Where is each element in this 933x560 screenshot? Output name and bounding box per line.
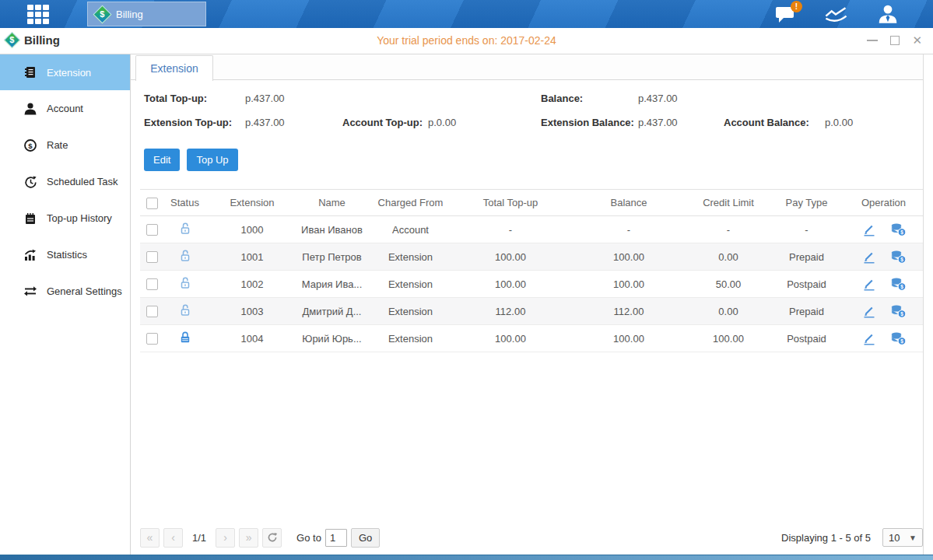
- notifications-icon[interactable]: !: [771, 3, 799, 25]
- sidebar-item-statistics[interactable]: Statistics: [0, 236, 130, 273]
- edit-pencil-icon[interactable]: [861, 305, 877, 318]
- cell-balance: 100.00: [570, 271, 688, 298]
- extension-book-icon: [23, 65, 37, 79]
- top-up-coins-icon[interactable]: $: [889, 222, 907, 236]
- cell-charged-from: Extension: [370, 243, 451, 271]
- row-checkbox[interactable]: [146, 306, 158, 317]
- trial-notice: Your trial period ends on: 2017-02-24: [377, 34, 556, 47]
- general-settings-sliders-icon: [23, 285, 37, 297]
- cell-pay-type: Postpaid: [769, 325, 844, 352]
- maximize-icon[interactable]: [890, 36, 900, 45]
- minimize-icon[interactable]: [867, 40, 878, 41]
- top-up-coins-icon[interactable]: $: [889, 277, 907, 291]
- billing-app-window: $ Billing !: [0, 0, 933, 560]
- cell-pay-type: Postpaid: [769, 271, 844, 298]
- app-grid-icon[interactable]: [27, 5, 55, 24]
- window-title: $ Billing: [6, 33, 60, 47]
- svg-text:$: $: [900, 257, 903, 263]
- sidebar-item-extension[interactable]: Extension: [0, 54, 130, 90]
- row-checkbox[interactable]: [146, 251, 158, 263]
- column-header-credit-limit: Credit Limit: [688, 190, 769, 216]
- last-page-button[interactable]: »: [239, 528, 258, 548]
- user-account-icon[interactable]: [874, 3, 902, 25]
- sidebar-item-general-settings[interactable]: General Settings: [0, 273, 130, 310]
- cell-charged-from: Extension: [370, 325, 451, 352]
- table-row: 1004 Юрий Юрь... Extension 100.00 100.00…: [140, 325, 923, 352]
- cell-name: Иван Иванов: [294, 216, 370, 243]
- next-page-button[interactable]: ›: [216, 528, 235, 548]
- column-header-name: Name: [294, 190, 370, 216]
- svg-text:$: $: [28, 141, 33, 149]
- cell-charged-from: Account: [370, 216, 451, 243]
- cell-credit-limit: -: [688, 216, 769, 243]
- table-row: 1000 Иван Иванов Account - - - -: [140, 216, 923, 243]
- edit-pencil-icon[interactable]: [861, 278, 877, 291]
- line-chart-icon: [824, 5, 849, 23]
- window-bottom-edge: [0, 555, 933, 560]
- balance-label: Balance:: [541, 93, 583, 104]
- cell-credit-limit: 0.00: [688, 243, 769, 271]
- top-up-button[interactable]: Top Up: [187, 149, 237, 171]
- sidebar-item-label: Top-up History: [47, 212, 112, 224]
- cell-total-topup: 100.00: [451, 271, 570, 298]
- row-checkbox[interactable]: [146, 224, 158, 236]
- cell-balance: 100.00: [570, 243, 688, 271]
- table-header-row: Status Extension Name Charged From Total…: [140, 190, 923, 216]
- sidebar-item-rate[interactable]: $ Rate: [0, 127, 130, 163]
- account-balance-label: Account Balance:: [724, 117, 809, 128]
- cell-pay-type: -: [769, 216, 844, 243]
- column-header-total-topup: Total Top-up: [451, 190, 570, 216]
- edit-pencil-icon[interactable]: [861, 332, 877, 345]
- top-up-coins-icon[interactable]: $: [889, 250, 907, 264]
- cell-pay-type: Prepaid: [769, 298, 844, 325]
- sidebar-item-topup-history[interactable]: Top-up History: [0, 200, 130, 236]
- chevron-down-icon: ▼: [909, 534, 917, 542]
- edit-button[interactable]: Edit: [144, 149, 180, 171]
- go-to-page-input[interactable]: [325, 529, 347, 547]
- column-header-operation: Operation: [844, 190, 923, 216]
- lock-closed-icon: [178, 331, 192, 345]
- extension-topup-label: Extension Top-up:: [144, 117, 232, 128]
- first-page-button[interactable]: «: [140, 528, 160, 548]
- cell-extension: 1000: [210, 216, 294, 243]
- column-header-charged-from: Charged From: [370, 190, 451, 216]
- table-row: 1003 Дмитрий Д... Extension 112.00 112.0…: [140, 298, 923, 325]
- cell-extension: 1002: [210, 271, 294, 298]
- row-checkbox[interactable]: [146, 278, 158, 290]
- go-to-label: Go to: [296, 532, 321, 544]
- refresh-button[interactable]: [262, 528, 282, 548]
- page-size-dropdown[interactable]: 10 ▼: [882, 528, 923, 547]
- sidebar-item-account[interactable]: Account: [0, 90, 130, 127]
- window-title-bar: $ Billing Your trial period ends on: 201…: [0, 28, 933, 54]
- system-top-bar: $ Billing !: [0, 0, 933, 28]
- svg-text:$: $: [900, 284, 903, 290]
- account-person-icon: [23, 102, 37, 116]
- go-button[interactable]: Go: [351, 528, 380, 548]
- taskbar-tab-label: Billing: [116, 9, 143, 20]
- select-all-checkbox[interactable]: [146, 198, 158, 209]
- sidebar-item-label: Statistics: [47, 249, 87, 261]
- tab-label: Extension: [150, 62, 198, 75]
- displaying-text: Displaying 1 - 5 of 5: [781, 532, 871, 544]
- rate-dollar-icon: $: [23, 138, 37, 152]
- statistics-chart-icon[interactable]: [823, 3, 851, 25]
- taskbar-tab-billing[interactable]: $ Billing: [87, 2, 206, 26]
- edit-pencil-icon[interactable]: [861, 250, 877, 264]
- edit-pencil-icon[interactable]: [861, 223, 877, 236]
- cell-credit-limit: 50.00: [688, 271, 769, 298]
- sidebar-item-label: General Settings: [47, 285, 122, 297]
- content-right-border: [923, 54, 924, 555]
- row-checkbox[interactable]: [146, 333, 158, 345]
- previous-page-button[interactable]: ‹: [163, 528, 183, 548]
- lock-open-icon: [178, 276, 192, 290]
- close-icon[interactable]: ✕: [912, 34, 922, 46]
- sidebar: Extension Account $ Rate Scheduled Task: [0, 54, 131, 555]
- top-up-coins-icon[interactable]: $: [889, 304, 907, 318]
- sidebar-item-scheduled-task[interactable]: Scheduled Task: [0, 163, 130, 200]
- tab-extension[interactable]: Extension: [135, 55, 213, 81]
- sidebar-item-label: Account: [47, 103, 83, 114]
- top-up-coins-icon[interactable]: $: [889, 331, 907, 345]
- statistics-bars-icon: [23, 248, 37, 262]
- total-topup-label: Total Top-up:: [144, 93, 207, 104]
- account-balance-value: p.0.00: [825, 117, 853, 128]
